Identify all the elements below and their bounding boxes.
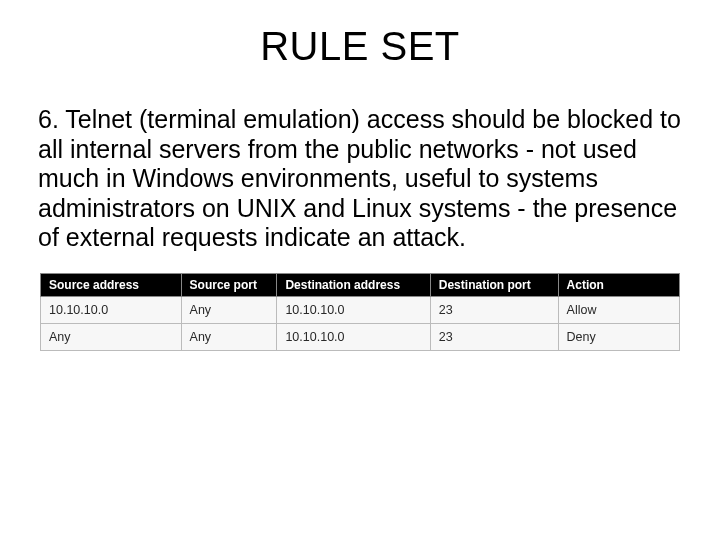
col-header-destination-address: Destination address (277, 273, 430, 296)
cell-destination-port: 23 (430, 296, 558, 323)
slide: RULE SET 6. Telnet (terminal emulation) … (0, 24, 720, 540)
cell-source-port: Any (181, 296, 277, 323)
cell-source-port: Any (181, 323, 277, 350)
cell-destination-address: 10.10.10.0 (277, 296, 430, 323)
slide-title: RULE SET (0, 24, 720, 69)
cell-source-address: Any (41, 323, 182, 350)
cell-source-address: 10.10.10.0 (41, 296, 182, 323)
slide-body-text: 6. Telnet (terminal emulation) access sh… (38, 105, 682, 253)
rules-table-container: Source address Source port Destination a… (40, 273, 680, 351)
col-header-source-address: Source address (41, 273, 182, 296)
cell-action: Allow (558, 296, 679, 323)
table-header-row: Source address Source port Destination a… (41, 273, 680, 296)
col-header-action: Action (558, 273, 679, 296)
col-header-destination-port: Destination port (430, 273, 558, 296)
rules-table: Source address Source port Destination a… (40, 273, 680, 351)
table-row: 10.10.10.0 Any 10.10.10.0 23 Allow (41, 296, 680, 323)
table-row: Any Any 10.10.10.0 23 Deny (41, 323, 680, 350)
col-header-source-port: Source port (181, 273, 277, 296)
cell-destination-address: 10.10.10.0 (277, 323, 430, 350)
cell-action: Deny (558, 323, 679, 350)
cell-destination-port: 23 (430, 323, 558, 350)
